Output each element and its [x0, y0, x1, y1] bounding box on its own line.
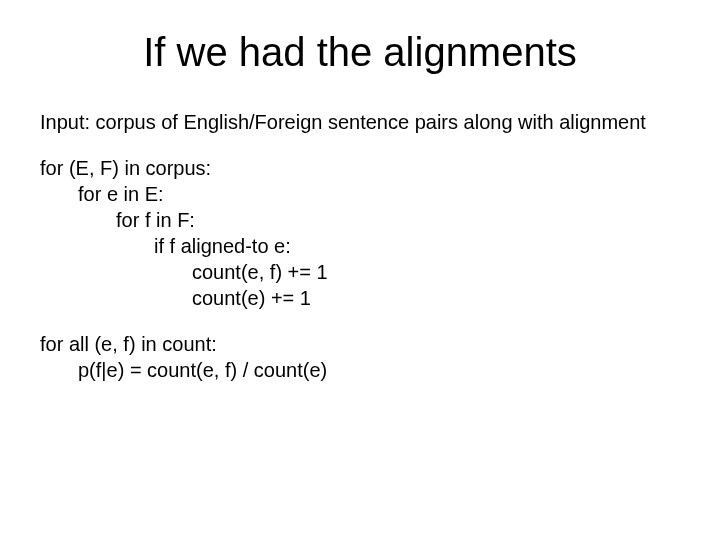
input-description: Input: corpus of English/Foreign sentenc… [40, 109, 680, 135]
code-line: if f aligned-to e: [40, 233, 680, 259]
algorithm-block: for (E, F) in corpus: for e in E: for f … [40, 155, 680, 311]
code-line: for all (e, f) in count: [40, 331, 680, 357]
slide-title: If we had the alignments [40, 30, 680, 75]
code-line: for e in E: [40, 181, 680, 207]
post-block: for all (e, f) in count: p(f|e) = count(… [40, 331, 680, 383]
code-line: for f in F: [40, 207, 680, 233]
slide: If we had the alignments Input: corpus o… [0, 0, 720, 540]
code-line: count(e) += 1 [40, 285, 680, 311]
code-line: for (E, F) in corpus: [40, 155, 680, 181]
code-line: count(e, f) += 1 [40, 259, 680, 285]
slide-body: Input: corpus of English/Foreign sentenc… [40, 109, 680, 383]
code-line: p(f|e) = count(e, f) / count(e) [40, 357, 680, 383]
